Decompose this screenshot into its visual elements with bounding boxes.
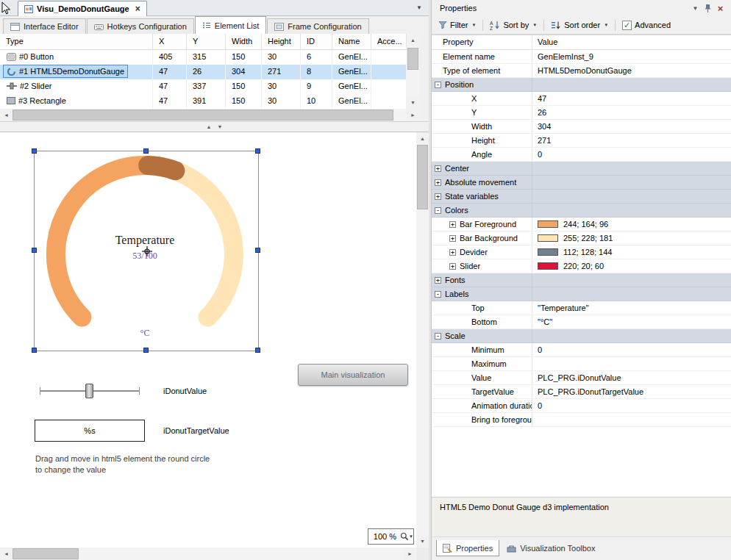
element-list-hscrollbar[interactable]: ◄ ► <box>0 109 419 121</box>
property-row-color[interactable]: +Bar Foreground 244; 164; 96 <box>432 218 731 231</box>
resize-handle-se[interactable] <box>255 348 260 353</box>
column-header-y[interactable]: Y <box>187 34 226 49</box>
scroll-down-icon[interactable]: ▼ <box>407 96 419 109</box>
canvas-vscrollbar[interactable]: ▲ ▼ <box>416 132 429 548</box>
zoom-level-input[interactable]: 100 % <box>368 528 401 545</box>
collapse-icon[interactable]: - <box>435 333 441 340</box>
checkbox[interactable]: ✓ <box>622 21 632 30</box>
column-header-x[interactable]: X <box>153 34 187 49</box>
scrollbar-thumb[interactable] <box>417 145 428 209</box>
gauge-drag-handle[interactable] <box>148 165 175 170</box>
property-row[interactable]: Bottom "°C" <box>432 315 731 329</box>
scrollbar-track[interactable] <box>13 109 407 121</box>
collapse-icon[interactable]: - <box>435 291 441 298</box>
document-tab[interactable]: Visu_DemoDonutGauge × <box>18 1 147 16</box>
pin-icon[interactable] <box>702 3 714 14</box>
scroll-right-icon[interactable]: ► <box>404 548 416 560</box>
splitter-collapse-up-icon[interactable]: ▲ <box>207 124 212 129</box>
resize-handle-e[interactable] <box>255 248 260 253</box>
scrollbar-track[interactable] <box>416 145 429 535</box>
scroll-left-icon[interactable]: ◄ <box>0 109 13 121</box>
tab-visualization-toolbox[interactable]: Visualization Toolbox <box>501 540 601 556</box>
element-row-button[interactable]: #0 Button 405 315 150 30 6 GenEl... <box>0 50 407 65</box>
column-header-id[interactable]: ID <box>301 34 332 49</box>
splitter-collapse-down-icon[interactable]: ▼ <box>218 124 223 129</box>
column-header-height[interactable]: Height <box>262 34 301 49</box>
column-header-type[interactable]: Type <box>0 34 153 49</box>
tab-interface-editor[interactable]: Interface Editor <box>3 18 86 34</box>
property-row[interactable]: Bring to foreground <box>432 413 731 427</box>
collapse-icon[interactable]: - <box>435 82 441 88</box>
scrollbar-thumb[interactable] <box>13 548 79 559</box>
color-swatch[interactable] <box>538 234 558 242</box>
panel-menu-icon[interactable]: ▼ <box>689 3 702 14</box>
resize-handle-w[interactable] <box>32 248 37 253</box>
element-row-donut-gauge[interactable]: #1 HTML5DemoDonutGauge 47 26 304 271 8 G… <box>0 65 407 79</box>
scroll-down-icon[interactable]: ▼ <box>416 535 429 548</box>
property-row-color[interactable]: +Bar Background 255; 228; 181 <box>432 231 731 245</box>
scroll-up-icon[interactable]: ▲ <box>416 132 429 145</box>
slider-handle[interactable] <box>85 384 93 398</box>
tab-list-dropdown-icon[interactable]: ▼ <box>416 4 422 11</box>
expand-icon[interactable]: + <box>435 179 441 186</box>
color-swatch[interactable] <box>538 262 558 270</box>
property-row[interactable]: Y 26 <box>432 106 731 120</box>
property-group-row[interactable]: -Position <box>432 78 731 92</box>
property-group-row[interactable]: -Labels <box>432 287 731 301</box>
expand-icon[interactable]: + <box>435 277 441 284</box>
scroll-left-icon[interactable]: ◄ <box>0 548 13 560</box>
close-icon[interactable]: × <box>135 4 140 13</box>
donut-gauge[interactable]: Temperature 53/100 °C <box>35 151 258 351</box>
property-row[interactable]: Width 304 <box>432 120 731 134</box>
property-row[interactable]: Type of element HTML5DemoDonutGauge <box>432 64 731 78</box>
target-value-textbox[interactable]: %s <box>35 420 145 442</box>
column-header-width[interactable]: Width <box>226 34 262 49</box>
element-list-vscrollbar[interactable]: ▲ ▼ <box>407 34 419 109</box>
canvas-hscrollbar[interactable]: ◄ ► <box>0 548 416 560</box>
panel-close-icon[interactable]: × <box>714 3 727 14</box>
zoom-menu-button[interactable]: ▼ <box>400 528 414 545</box>
expand-icon[interactable]: + <box>435 193 441 200</box>
scrollbar-track[interactable] <box>13 548 404 560</box>
expand-icon[interactable]: + <box>449 221 456 228</box>
scrollbar-thumb[interactable] <box>13 110 393 121</box>
property-row[interactable]: X 47 <box>432 92 731 106</box>
property-row[interactable]: Top "Temperature" <box>432 301 731 315</box>
visualization-canvas[interactable]: Temperature 53/100 °C Main visualization <box>0 132 416 548</box>
expand-icon[interactable]: + <box>435 165 441 172</box>
scrollbar-thumb[interactable] <box>407 48 418 70</box>
column-header-access[interactable]: Acce... <box>371 34 407 49</box>
tab-element-list[interactable]: Element List <box>195 16 267 34</box>
property-row[interactable]: Angle 0 <box>432 148 731 162</box>
color-swatch[interactable] <box>538 248 558 256</box>
resize-handle-sw[interactable] <box>32 348 37 353</box>
selected-gauge-element[interactable]: Temperature 53/100 °C <box>35 151 258 351</box>
element-row-rectangle[interactable]: #3 Rectangle 47 391 150 30 10 GenEl... <box>0 94 407 109</box>
property-row-color[interactable]: +Slider 220; 20; 60 <box>432 259 731 273</box>
expand-icon[interactable]: + <box>449 235 456 242</box>
scroll-up-icon[interactable]: ▲ <box>407 34 419 46</box>
horizontal-splitter[interactable]: ▲ ▼ <box>0 121 429 132</box>
property-row[interactable]: Minimum 0 <box>432 343 731 357</box>
expand-icon[interactable]: + <box>449 263 456 270</box>
property-group-row[interactable]: -Colors <box>432 204 731 218</box>
sort-order-button[interactable]: Sort order ▼ <box>549 20 610 31</box>
property-group-row[interactable]: +Fonts <box>432 273 731 287</box>
property-row[interactable]: Maximum <box>432 357 731 371</box>
filter-button[interactable]: Filter ▼ <box>437 20 477 30</box>
property-column-header[interactable]: Property <box>432 35 532 49</box>
resize-handle-n[interactable] <box>143 148 149 154</box>
tab-hotkeys-configuration[interactable]: Hotkeys Configuration <box>87 18 194 34</box>
property-row-color[interactable]: +Devider 112; 128; 144 <box>432 245 731 259</box>
property-row[interactable]: Height 271 <box>432 134 731 148</box>
property-group-row[interactable]: -Scale <box>432 329 731 343</box>
collapse-icon[interactable]: - <box>435 207 441 214</box>
tab-properties[interactable]: Properties <box>436 540 499 556</box>
value-column-header[interactable]: Value <box>532 35 557 49</box>
property-row[interactable]: Value PLC_PRG.iDonutValue <box>432 371 731 385</box>
scrollbar-track[interactable] <box>407 46 419 96</box>
element-row-slider[interactable]: #2 Slider 47 337 150 30 9 GenEl... <box>0 79 407 94</box>
main-visualization-button[interactable]: Main visualization <box>298 364 408 386</box>
property-group-row[interactable]: +State variables <box>432 190 731 204</box>
property-group-row[interactable]: +Absolute movement <box>432 176 731 190</box>
